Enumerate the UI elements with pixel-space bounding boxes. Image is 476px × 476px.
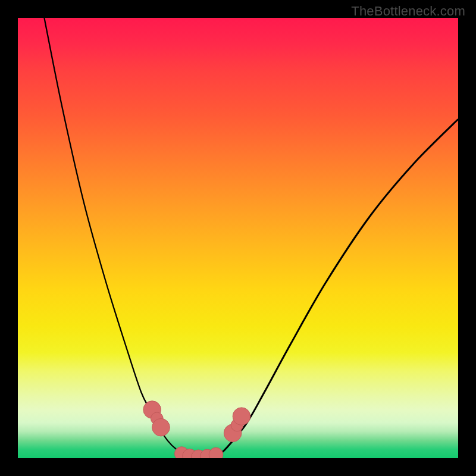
data-marker [233, 408, 250, 425]
right-curve [212, 119, 458, 458]
watermark-text: TheBottleneck.com [351, 4, 465, 19]
marker-group [143, 401, 250, 458]
plot-area [18, 18, 458, 458]
data-marker [209, 447, 223, 458]
data-marker [152, 418, 170, 436]
chart-svg [18, 18, 458, 458]
left-curve [44, 18, 194, 458]
chart-frame: TheBottleneck.com [0, 0, 476, 476]
